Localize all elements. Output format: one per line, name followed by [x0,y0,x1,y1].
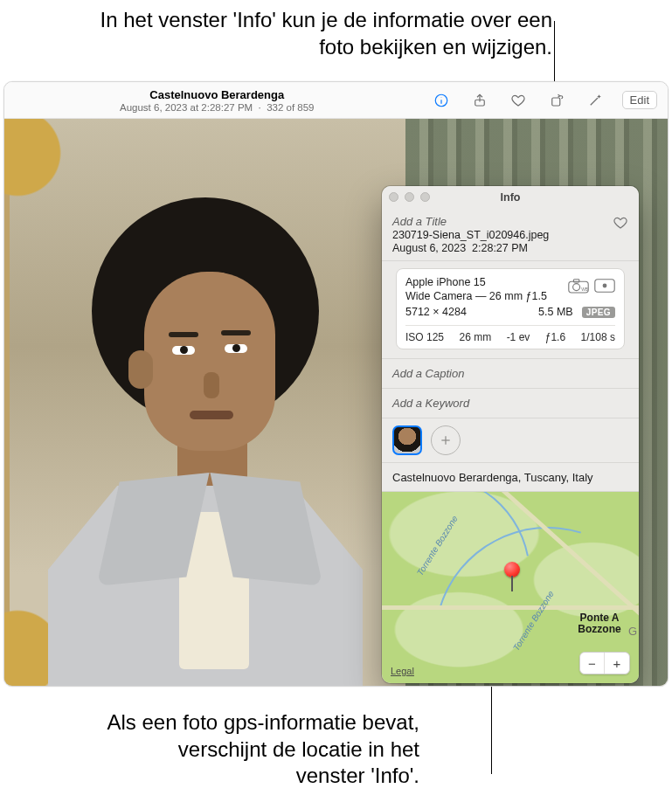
exif-iso: ISO 125 [405,331,444,343]
image-dimensions: 5712 × 4284 [405,306,467,318]
camera-card: Apple iPhone 15 Wide Camera — 26 mm ƒ1.5… [396,268,625,349]
info-favorite-button[interactable] [613,215,628,233]
exif-ev: -1 ev [507,331,530,343]
info-icon [433,93,449,108]
format-badge: JPEG [582,307,615,318]
photo-location-title: Castelnuovo Berardenga [120,88,315,101]
map-pin[interactable] [504,562,520,577]
svg-point-10 [603,284,607,288]
file-size: 5.5 MB [538,306,573,318]
photos-app-window: Castelnuovo Berardenga August 6, 2023 at… [3,81,669,687]
svg-point-2 [440,97,441,98]
filename-text: 230719-Siena_ST_i020946.jpeg [392,229,613,241]
location-text[interactable]: Castelnuovo Berardenga, Tuscany, Italy [382,462,639,491]
edit-button[interactable]: Edit [622,91,657,109]
info-time: 2:28:27 PM [472,242,528,254]
keyword-field[interactable]: Add a Keyword [382,388,639,418]
title-block: Castelnuovo Berardenga August 6, 2023 at… [120,88,315,113]
photo-subject [74,197,336,687]
heart-icon [510,93,526,108]
exif-shutter: 1/108 s [581,331,615,343]
datetime-text: August 6, 2023 2:28:27 PM [392,242,613,254]
detected-face-thumb[interactable] [392,425,422,455]
help-caption-top: In het venster 'Info' kun je de informat… [89,7,552,60]
photo-viewer[interactable]: Info Add a Title 230719-Siena_ST_i020946… [4,119,668,687]
rotate-button[interactable] [545,89,568,112]
auto-enhance-button[interactable] [584,89,606,112]
metering-icon [594,278,615,294]
info-popover-title: Info [501,191,521,204]
exif-aperture: ƒ1.6 [545,331,565,343]
location-map[interactable]: Torrente Bozzone Torrente Bozzone Ponte … [382,491,639,683]
info-date: August 6, 2023 [392,242,466,254]
faces-row [382,418,639,462]
wand-icon [587,93,603,108]
share-button[interactable] [468,89,491,112]
heart-icon [613,215,628,231]
map-zoom-in[interactable]: + [605,653,629,674]
map-attribution-letter: G [628,625,637,638]
map-zoom-control: − + [579,652,630,674]
caption-field[interactable]: Add a Caption [382,358,639,388]
main-toolbar: Castelnuovo Berardenga August 6, 2023 at… [4,82,668,119]
help-caption-bottom: Als een foto gps-informatie bevat, versc… [105,709,419,790]
exif-row: ISO 125 26 mm -1 ev ƒ1.6 1/108 s [405,325,615,343]
plus-icon [439,433,453,447]
photo-date: August 6, 2023 at 2:28:27 PM [120,102,253,113]
subtitle-separator: · [259,102,261,113]
map-legal-link[interactable]: Legal [391,666,414,676]
svg-rect-7 [573,280,578,282]
photo-index: 332 of 859 [267,102,314,113]
title-field[interactable]: Add a Title [392,215,613,228]
photo-subtitle: August 6, 2023 at 2:28:27 PM · 332 of 85… [120,102,315,113]
favorite-button[interactable] [507,89,530,112]
map-zoom-out[interactable]: − [580,653,605,674]
svg-point-6 [573,284,580,291]
add-face-button[interactable] [431,425,461,455]
rotate-icon [549,93,565,108]
window-traffic-lights[interactable] [389,192,430,202]
info-button[interactable] [430,89,453,112]
svg-rect-4 [551,98,559,106]
info-popover: Info Add a Title 230719-Siena_ST_i020946… [382,186,639,683]
camera-model: Apple iPhone 15 [405,276,568,288]
share-icon [472,93,488,108]
map-road [382,605,639,610]
exif-focal: 26 mm [459,331,491,343]
camera-wb-icon: WB [568,278,589,294]
info-popover-titlebar[interactable]: Info [382,186,639,209]
svg-text:WB: WB [581,287,588,292]
map-place-label: Ponte A Bozzone [569,612,630,635]
camera-lens: Wide Camera — 26 mm ƒ1.5 [405,290,568,302]
